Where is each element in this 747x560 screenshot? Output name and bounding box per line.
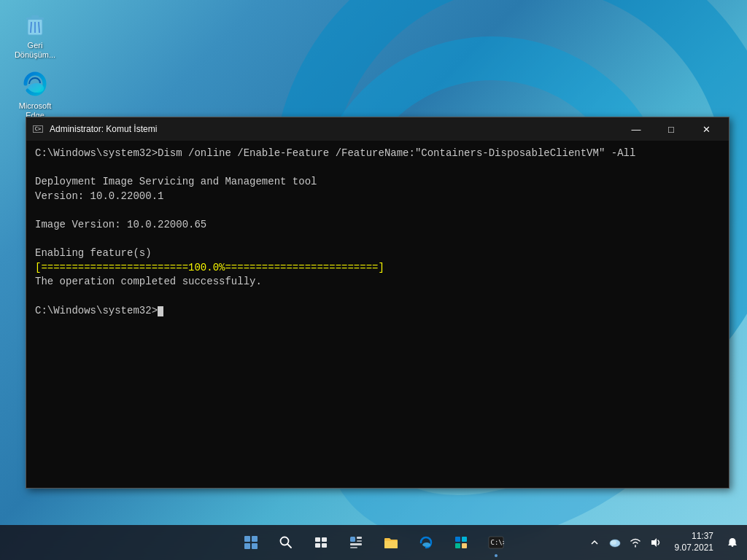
- tray-volume-icon[interactable]: [647, 534, 665, 551]
- svg-point-24: [611, 540, 616, 545]
- svg-rect-1: [26, 18, 44, 20]
- notification-icon: [727, 537, 738, 548]
- file-explorer-button[interactable]: [375, 526, 407, 559]
- svg-line-3: [31, 22, 31, 33]
- taskbar: C:\>_: [0, 525, 747, 560]
- file-explorer-icon: [383, 535, 399, 550]
- tray-chevron[interactable]: [586, 534, 603, 551]
- taskbar-cmd-icon: C:\>_: [488, 535, 504, 550]
- search-button[interactable]: [270, 526, 302, 559]
- svg-rect-12: [350, 537, 355, 542]
- store-button[interactable]: [445, 526, 477, 559]
- cmd-titlebar[interactable]: C> Administrator: Komut İstemi — □ ✕: [26, 117, 729, 141]
- svg-rect-18: [462, 537, 467, 542]
- desktop-icon-edge[interactable]: MicrosoftEdge: [9, 69, 61, 120]
- chevron-up-icon: [590, 538, 599, 547]
- cmd-window-icon: C>: [32, 123, 44, 135]
- task-view-icon: [314, 535, 328, 550]
- speaker-icon: [650, 537, 662, 548]
- clock-date: 9.07.2021: [675, 542, 713, 554]
- search-icon: [279, 535, 293, 550]
- svg-text:C:\>_: C:\>_: [491, 539, 505, 546]
- recycle-bin-label: GeriDönüşüm...: [15, 41, 55, 60]
- cmd-mini-icon: C>: [33, 125, 43, 133]
- svg-rect-8: [315, 537, 320, 542]
- cmd-title-text: Administrator: Komut İstemi: [50, 124, 619, 134]
- system-clock[interactable]: 11:37 9.07.2021: [669, 531, 719, 553]
- close-button[interactable]: ✕: [689, 117, 723, 141]
- notification-button[interactable]: [724, 534, 741, 551]
- recycle-bin-icon: [20, 9, 50, 38]
- taskbar-edge-button[interactable]: [410, 526, 442, 559]
- svg-rect-2: [31, 15, 39, 18]
- tray-network-icon[interactable]: [627, 534, 644, 551]
- cmd-titlebar-buttons: — □ ✕: [619, 117, 723, 141]
- svg-rect-20: [462, 543, 467, 548]
- taskbar-cmd-button[interactable]: C:\>_: [480, 526, 512, 559]
- svg-rect-19: [455, 543, 460, 548]
- svg-rect-15: [350, 543, 362, 545]
- svg-rect-9: [322, 537, 327, 542]
- clock-time: 11:37: [692, 531, 713, 542]
- desktop-icon-recycle-bin[interactable]: GeriDönüşüm...: [9, 9, 61, 60]
- taskbar-edge-icon: [419, 535, 433, 550]
- minimize-button[interactable]: —: [619, 117, 653, 141]
- tray-weather-icon[interactable]: [606, 534, 624, 551]
- svg-rect-11: [322, 543, 327, 548]
- network-icon: [630, 537, 641, 548]
- desktop: GeriDönüşüm... Micros: [0, 0, 747, 560]
- widgets-icon: [349, 535, 363, 550]
- svg-line-7: [287, 544, 291, 548]
- weather-icon: [608, 537, 622, 548]
- svg-rect-17: [455, 537, 460, 542]
- taskbar-right: 11:37 9.07.2021: [586, 531, 741, 553]
- store-icon: [454, 535, 468, 550]
- task-view-button[interactable]: [305, 526, 337, 559]
- cmd-window: C> Administrator: Komut İstemi — □ ✕ C:\…: [26, 117, 729, 489]
- svg-line-5: [39, 22, 39, 33]
- edge-icon: [20, 69, 50, 98]
- cmd-body[interactable]: C:\Windows\system32>Dism /online /Enable…: [26, 141, 729, 488]
- start-button[interactable]: [235, 526, 267, 559]
- system-tray: [586, 534, 665, 551]
- svg-rect-10: [315, 543, 320, 548]
- taskbar-center: C:\>_: [235, 526, 512, 559]
- svg-marker-25: [651, 538, 657, 547]
- svg-rect-14: [357, 540, 362, 542]
- maximize-button[interactable]: □: [654, 117, 688, 141]
- widgets-button[interactable]: [340, 526, 372, 559]
- svg-rect-13: [357, 537, 362, 539]
- windows-logo-icon: [244, 536, 258, 549]
- svg-rect-16: [350, 547, 357, 548]
